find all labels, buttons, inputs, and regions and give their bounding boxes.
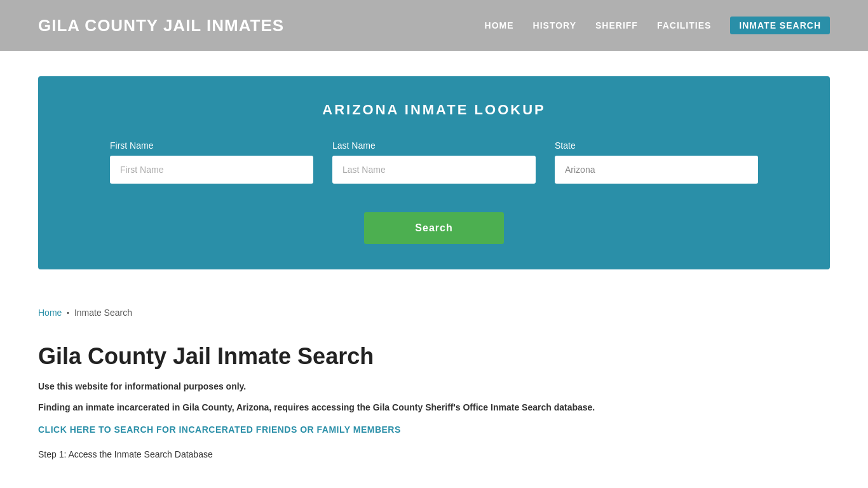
- nav-history[interactable]: HISTORY: [533, 20, 576, 30]
- main-content: Gila County Jail Inmate Search Use this …: [0, 330, 868, 487]
- last-name-group: Last Name: [332, 140, 536, 184]
- info-text-2: Finding an inmate incarcerated in Gila C…: [38, 401, 830, 414]
- breadcrumb-current: Inmate Search: [74, 308, 132, 318]
- state-label: State: [555, 140, 758, 151]
- first-name-input[interactable]: [110, 156, 313, 184]
- page-title: Gila County Jail Inmate Search: [38, 343, 830, 370]
- site-title: GILA COUNTY JAIL INMATES: [38, 16, 284, 36]
- search-button[interactable]: Search: [364, 212, 503, 244]
- form-fields: First Name Last Name State: [76, 140, 792, 184]
- first-name-group: First Name: [110, 140, 313, 184]
- search-button-row: Search: [76, 212, 792, 244]
- breadcrumb: Home • Inmate Search: [0, 295, 868, 330]
- first-name-label: First Name: [110, 140, 313, 151]
- last-name-input[interactable]: [332, 156, 536, 184]
- nav-home[interactable]: HOME: [485, 20, 514, 30]
- state-input[interactable]: [555, 156, 758, 184]
- breadcrumb-home[interactable]: Home: [38, 308, 62, 318]
- click-here-link[interactable]: CLICK HERE to Search for Incarcerated Fr…: [38, 424, 830, 435]
- search-banner-title: ARIZONA INMATE LOOKUP: [76, 102, 792, 118]
- breadcrumb-separator: •: [67, 309, 69, 316]
- info-text-1: Use this website for informational purpo…: [38, 380, 830, 393]
- header: GILA COUNTY JAIL INMATES HOME HISTORY SH…: [0, 0, 868, 51]
- nav-inmate-search[interactable]: INMATE SEARCH: [730, 17, 830, 34]
- search-banner: ARIZONA INMATE LOOKUP First Name Last Na…: [38, 76, 830, 269]
- last-name-label: Last Name: [332, 140, 536, 151]
- main-nav: HOME HISTORY SHERIFF FACILITIES INMATE S…: [485, 17, 830, 34]
- search-form: First Name Last Name State Search: [76, 140, 792, 244]
- nav-facilities[interactable]: FACILITIES: [657, 20, 711, 30]
- step-1-text: Step 1: Access the Inmate Search Databas…: [38, 447, 830, 461]
- state-group: State: [555, 140, 758, 184]
- nav-sheriff[interactable]: SHERIFF: [595, 20, 638, 30]
